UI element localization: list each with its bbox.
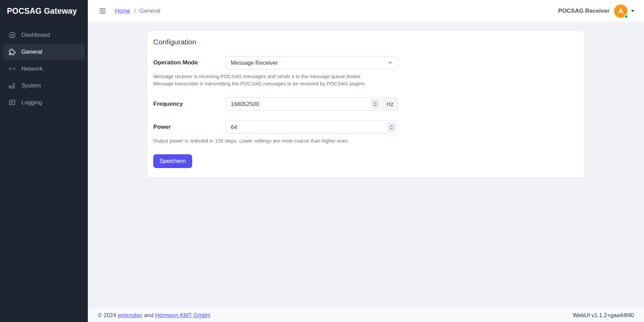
power-input[interactable]	[226, 121, 398, 134]
app-title: POCSAG Gateway	[7, 7, 77, 16]
main-column: Home / General POCSAG Receiver A Configu…	[88, 0, 644, 322]
power-help: Output power is selected in 128 steps. L…	[153, 137, 579, 145]
breadcrumb-current: General	[139, 8, 160, 14]
breadcrumb-home-link[interactable]: Home	[115, 8, 130, 14]
sidebar-item-system[interactable]: System	[3, 77, 85, 94]
puzzle-icon	[8, 48, 16, 56]
operation-mode-select[interactable]: Message Receiver	[226, 56, 398, 69]
router-icon	[8, 82, 16, 90]
chevron-down-icon	[387, 60, 393, 65]
avatar[interactable]: A	[614, 4, 627, 18]
help-line: Message transmitter is transmitting the …	[153, 80, 579, 87]
power-group: Power	[153, 121, 579, 145]
gauge-icon	[8, 31, 16, 39]
operation-mode-group: Operation Mode Message Receiver Message …	[153, 56, 579, 87]
sidebar: POCSAG Gateway Dashboard General	[0, 0, 88, 322]
help-line: Output power is selected in 128 steps. L…	[153, 137, 579, 145]
breadcrumb: Home / General	[115, 8, 160, 14]
frequency-group: Frequency Hz	[153, 97, 579, 111]
code-dots-icon	[8, 65, 16, 73]
copyright-text: © 2024	[98, 312, 118, 319]
frequency-stepper[interactable]	[371, 100, 380, 109]
sidebar-header: POCSAG Gateway	[0, 0, 88, 22]
sidebar-item-label: Dashboard	[21, 32, 50, 39]
hoermann-link[interactable]: Hörmann KMT GmbH	[155, 312, 210, 319]
conjunction-text: and	[143, 312, 155, 319]
sidebar-item-network[interactable]: Network	[3, 61, 85, 77]
save-button[interactable]: Speichern	[153, 154, 192, 168]
user-label: POCSAG Receiver	[558, 8, 610, 14]
frequency-unit-addon: Hz	[382, 97, 398, 111]
operation-mode-label: Operation Mode	[153, 59, 226, 66]
power-label: Power	[153, 124, 226, 131]
sidebar-item-logging[interactable]: Logging	[3, 94, 85, 111]
frequency-label: Frequency	[153, 101, 226, 107]
frequency-input[interactable]	[226, 97, 382, 111]
sidebar-item-general[interactable]: General	[3, 44, 85, 60]
sidebar-item-label: General	[21, 49, 42, 55]
operation-mode-value: Message Receiver	[231, 60, 278, 66]
page-content: Configuration Operation Mode Message Rec…	[88, 22, 644, 308]
breadcrumb-separator: /	[134, 8, 136, 14]
footer: © 2024 emicrotec and Hörmann KMT GmbH We…	[88, 308, 644, 322]
webui-version: WebUI v1.1.2+gaa44f40	[573, 312, 634, 319]
topbar: Home / General POCSAG Receiver A	[88, 0, 644, 22]
avatar-letter: A	[618, 7, 623, 15]
sidebar-nav: Dashboard General Network	[0, 22, 88, 115]
sidebar-item-label: Network	[21, 65, 43, 72]
operation-mode-help: Message receiver is receiving POCSAG mes…	[153, 73, 579, 87]
status-dot	[624, 14, 628, 19]
configuration-card: Configuration Operation Mode Message Rec…	[147, 31, 585, 178]
card-title: Configuration	[153, 38, 579, 46]
log-icon	[8, 98, 16, 106]
chevron-down-icon	[631, 10, 634, 12]
help-line: Message receiver is receiving POCSAG mes…	[153, 73, 579, 80]
sidebar-item-label: System	[21, 82, 41, 89]
sidebar-item-dashboard[interactable]: Dashboard	[3, 27, 85, 43]
emicrotec-link[interactable]: emicrotec	[118, 312, 143, 319]
hamburger-menu-icon[interactable]	[98, 7, 107, 15]
power-stepper[interactable]	[387, 123, 396, 132]
user-menu[interactable]: POCSAG Receiver A	[558, 4, 634, 18]
sidebar-item-label: Logging	[21, 99, 42, 106]
